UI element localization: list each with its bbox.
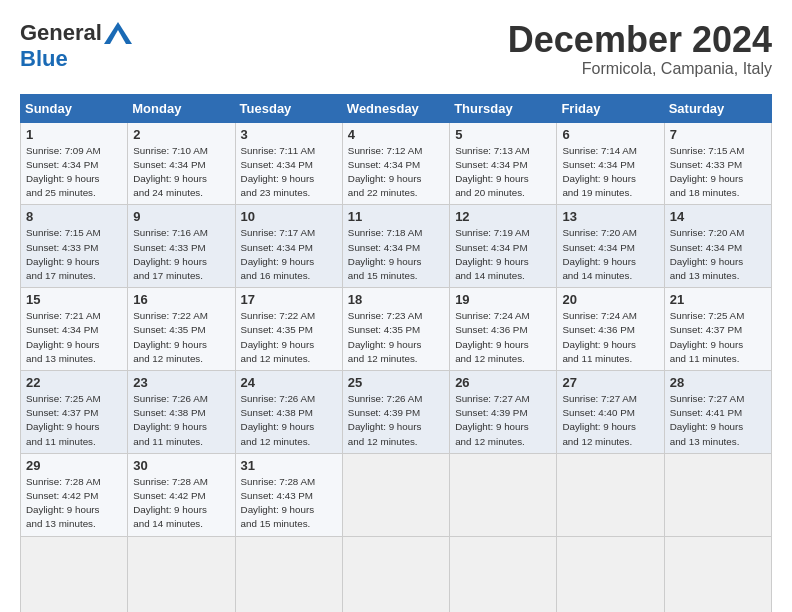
calendar-day-cell [557,536,664,612]
calendar-day-cell: 4Sunrise: 7:12 AMSunset: 4:34 PMDaylight… [342,122,449,205]
calendar-day-cell: 15Sunrise: 7:21 AMSunset: 4:34 PMDayligh… [21,288,128,371]
day-info: Sunrise: 7:20 AMSunset: 4:34 PMDaylight:… [670,227,745,281]
day-number: 27 [562,375,658,390]
calendar-day-cell: 24Sunrise: 7:26 AMSunset: 4:38 PMDayligh… [235,371,342,454]
day-number: 10 [241,209,337,224]
logo-icon [104,22,132,44]
day-info: Sunrise: 7:15 AMSunset: 4:33 PMDaylight:… [670,145,745,199]
calendar-day-cell: 1Sunrise: 7:09 AMSunset: 4:34 PMDaylight… [21,122,128,205]
day-info: Sunrise: 7:21 AMSunset: 4:34 PMDaylight:… [26,310,101,364]
calendar-day-cell: 22Sunrise: 7:25 AMSunset: 4:37 PMDayligh… [21,371,128,454]
calendar-week-row: 15Sunrise: 7:21 AMSunset: 4:34 PMDayligh… [21,288,772,371]
calendar-day-cell: 26Sunrise: 7:27 AMSunset: 4:39 PMDayligh… [450,371,557,454]
calendar-day-cell: 28Sunrise: 7:27 AMSunset: 4:41 PMDayligh… [664,371,771,454]
day-info: Sunrise: 7:27 AMSunset: 4:40 PMDaylight:… [562,393,637,447]
title-section: December 2024 Formicola, Campania, Italy [508,20,772,78]
day-info: Sunrise: 7:23 AMSunset: 4:35 PMDaylight:… [348,310,423,364]
calendar-day-cell [450,453,557,536]
day-number: 24 [241,375,337,390]
calendar-table: Sunday Monday Tuesday Wednesday Thursday… [20,94,772,612]
day-info: Sunrise: 7:16 AMSunset: 4:33 PMDaylight:… [133,227,208,281]
day-number: 21 [670,292,766,307]
calendar-day-cell: 18Sunrise: 7:23 AMSunset: 4:35 PMDayligh… [342,288,449,371]
col-saturday: Saturday [664,94,771,122]
day-info: Sunrise: 7:22 AMSunset: 4:35 PMDaylight:… [241,310,316,364]
calendar-day-cell: 14Sunrise: 7:20 AMSunset: 4:34 PMDayligh… [664,205,771,288]
day-info: Sunrise: 7:27 AMSunset: 4:41 PMDaylight:… [670,393,745,447]
col-wednesday: Wednesday [342,94,449,122]
day-number: 19 [455,292,551,307]
calendar-day-cell: 3Sunrise: 7:11 AMSunset: 4:34 PMDaylight… [235,122,342,205]
month-title: December 2024 [508,20,772,60]
col-friday: Friday [557,94,664,122]
day-info: Sunrise: 7:17 AMSunset: 4:34 PMDaylight:… [241,227,316,281]
calendar-day-cell [342,453,449,536]
day-number: 13 [562,209,658,224]
calendar-day-cell [128,536,235,612]
calendar-week-row: 8Sunrise: 7:15 AMSunset: 4:33 PMDaylight… [21,205,772,288]
day-number: 31 [241,458,337,473]
calendar-day-cell: 11Sunrise: 7:18 AMSunset: 4:34 PMDayligh… [342,205,449,288]
day-info: Sunrise: 7:26 AMSunset: 4:38 PMDaylight:… [133,393,208,447]
col-monday: Monday [128,94,235,122]
day-number: 7 [670,127,766,142]
day-number: 6 [562,127,658,142]
calendar-day-cell: 21Sunrise: 7:25 AMSunset: 4:37 PMDayligh… [664,288,771,371]
day-info: Sunrise: 7:11 AMSunset: 4:34 PMDaylight:… [241,145,316,199]
day-number: 25 [348,375,444,390]
day-info: Sunrise: 7:28 AMSunset: 4:42 PMDaylight:… [26,476,101,530]
calendar-day-cell [235,536,342,612]
day-number: 1 [26,127,122,142]
calendar-day-cell: 23Sunrise: 7:26 AMSunset: 4:38 PMDayligh… [128,371,235,454]
day-info: Sunrise: 7:19 AMSunset: 4:34 PMDaylight:… [455,227,530,281]
col-tuesday: Tuesday [235,94,342,122]
day-info: Sunrise: 7:14 AMSunset: 4:34 PMDaylight:… [562,145,637,199]
day-number: 8 [26,209,122,224]
logo: General Blue [20,20,132,72]
calendar-day-cell: 6Sunrise: 7:14 AMSunset: 4:34 PMDaylight… [557,122,664,205]
day-number: 9 [133,209,229,224]
page-header: General Blue December 2024 Formicola, Ca… [20,20,772,78]
calendar-day-cell: 10Sunrise: 7:17 AMSunset: 4:34 PMDayligh… [235,205,342,288]
calendar-day-cell: 20Sunrise: 7:24 AMSunset: 4:36 PMDayligh… [557,288,664,371]
calendar-day-cell: 31Sunrise: 7:28 AMSunset: 4:43 PMDayligh… [235,453,342,536]
calendar-day-cell: 5Sunrise: 7:13 AMSunset: 4:34 PMDaylight… [450,122,557,205]
day-number: 29 [26,458,122,473]
calendar-week-row: 29Sunrise: 7:28 AMSunset: 4:42 PMDayligh… [21,453,772,536]
calendar-day-cell: 8Sunrise: 7:15 AMSunset: 4:33 PMDaylight… [21,205,128,288]
calendar-day-cell: 12Sunrise: 7:19 AMSunset: 4:34 PMDayligh… [450,205,557,288]
day-info: Sunrise: 7:13 AMSunset: 4:34 PMDaylight:… [455,145,530,199]
day-number: 26 [455,375,551,390]
calendar-day-cell [664,536,771,612]
day-info: Sunrise: 7:22 AMSunset: 4:35 PMDaylight:… [133,310,208,364]
calendar-day-cell: 19Sunrise: 7:24 AMSunset: 4:36 PMDayligh… [450,288,557,371]
day-info: Sunrise: 7:26 AMSunset: 4:39 PMDaylight:… [348,393,423,447]
day-number: 18 [348,292,444,307]
day-number: 4 [348,127,444,142]
logo-blue-text: Blue [20,46,68,71]
calendar-header-row: Sunday Monday Tuesday Wednesday Thursday… [21,94,772,122]
location: Formicola, Campania, Italy [508,60,772,78]
calendar-day-cell: 17Sunrise: 7:22 AMSunset: 4:35 PMDayligh… [235,288,342,371]
calendar-day-cell: 9Sunrise: 7:16 AMSunset: 4:33 PMDaylight… [128,205,235,288]
day-info: Sunrise: 7:24 AMSunset: 4:36 PMDaylight:… [455,310,530,364]
calendar-day-cell [664,453,771,536]
day-number: 15 [26,292,122,307]
calendar-day-cell [557,453,664,536]
day-number: 11 [348,209,444,224]
col-thursday: Thursday [450,94,557,122]
day-number: 5 [455,127,551,142]
day-number: 12 [455,209,551,224]
day-info: Sunrise: 7:28 AMSunset: 4:42 PMDaylight:… [133,476,208,530]
calendar-week-row [21,536,772,612]
calendar-day-cell: 2Sunrise: 7:10 AMSunset: 4:34 PMDaylight… [128,122,235,205]
calendar-day-cell: 7Sunrise: 7:15 AMSunset: 4:33 PMDaylight… [664,122,771,205]
day-info: Sunrise: 7:15 AMSunset: 4:33 PMDaylight:… [26,227,101,281]
day-number: 16 [133,292,229,307]
day-number: 22 [26,375,122,390]
calendar-day-cell: 29Sunrise: 7:28 AMSunset: 4:42 PMDayligh… [21,453,128,536]
calendar-day-cell: 27Sunrise: 7:27 AMSunset: 4:40 PMDayligh… [557,371,664,454]
day-number: 23 [133,375,229,390]
day-number: 17 [241,292,337,307]
day-info: Sunrise: 7:18 AMSunset: 4:34 PMDaylight:… [348,227,423,281]
